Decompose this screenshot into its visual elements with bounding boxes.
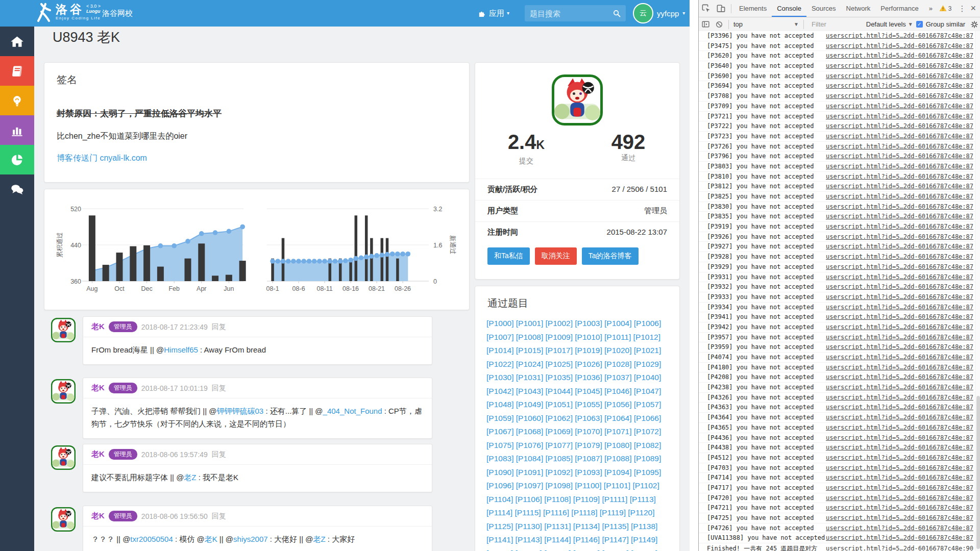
problem-link[interactable]: [P1091] xyxy=(516,468,543,477)
console-source-link[interactable]: userscript.html?id=5…2dd-60166787c48e:87 xyxy=(826,292,973,302)
problem-link[interactable]: [P1097] xyxy=(516,481,543,490)
problem-link[interactable]: [P1063] xyxy=(575,414,602,422)
problem-link[interactable]: [P1003] xyxy=(575,319,602,328)
problem-link[interactable]: [P1076] xyxy=(516,441,543,449)
console-source-link[interactable]: userscript.html?id=5…2dd-60166787c48e:87 xyxy=(826,272,973,282)
devtools-tab-console[interactable]: Console xyxy=(772,0,806,17)
problem-link[interactable]: [P1090] xyxy=(486,468,513,477)
console-source-link[interactable]: userscript.html?id=5…2dd-60166787c48e:87 xyxy=(826,473,973,483)
problem-link[interactable]: [P1059] xyxy=(486,414,513,422)
console-source-link[interactable]: userscript.html?id=5…2dd-60166787c48e:87 xyxy=(826,372,973,382)
console-source-link[interactable]: userscript.html?id=5…2dd-60166787c48e:87 xyxy=(826,463,973,473)
problem-link[interactable]: [P1017] xyxy=(546,346,573,355)
problem-link[interactable]: [P1000] xyxy=(486,319,513,328)
problem-link[interactable]: [P1070] xyxy=(575,427,602,436)
commenter-avatar[interactable] xyxy=(51,507,76,532)
problem-link[interactable]: [P1106] xyxy=(516,495,542,504)
console-scrollbar-thumb[interactable] xyxy=(976,396,980,549)
console-source-link[interactable]: userscript.html?id=5…2dd-60166787c48e:87 xyxy=(826,383,973,392)
problem-link[interactable]: [P1015] xyxy=(516,346,543,355)
console-source-link[interactable]: userscript.html?id=5…2dd-60166787c48e:87 xyxy=(826,71,973,81)
problem-link[interactable]: [P1008] xyxy=(516,333,543,341)
devtools-tab-performance[interactable]: Performance xyxy=(875,0,923,17)
console-source-link[interactable]: userscript.html?id=5…2dd-60166787c48e:87 xyxy=(826,443,973,453)
problem-link[interactable]: [P1095] xyxy=(634,468,661,477)
console-source-link[interactable]: userscript.html?id=5…2dd-60166787c48e:87 xyxy=(826,262,973,272)
problem-link[interactable]: [P1068] xyxy=(516,427,543,436)
problem-link[interactable]: [P1152] xyxy=(544,549,571,551)
search-input[interactable] xyxy=(525,9,612,18)
problem-link[interactable]: [P1151] xyxy=(516,549,542,551)
problem-link[interactable]: [P1119] xyxy=(600,508,626,517)
console-source-link[interactable]: userscript.html?id=5…2dd-60166787c48e:87 xyxy=(826,232,973,242)
console-source-link[interactable]: userscript.html?id=5…2dd-60166787c48e:87 xyxy=(826,413,973,422)
console-source-link[interactable]: userscript.html?id=5…2dd-60166787c48e:87 xyxy=(826,513,973,523)
problem-link[interactable]: [P1101] xyxy=(604,481,630,490)
console-source-link[interactable]: userscript.html?id=5…2dd-60166787c48e:87 xyxy=(826,132,973,141)
sidebar-item-ranking[interactable] xyxy=(0,115,34,145)
mention-link[interactable]: 老Z xyxy=(184,473,196,482)
commenter-name-link[interactable]: 老K xyxy=(91,449,105,459)
tabs-overflow-chevron[interactable]: » xyxy=(924,0,938,17)
console-source-link[interactable]: userscript.html?id=5…2dd-60166787c48e:87 xyxy=(826,423,973,433)
devtools-menu-icon[interactable]: ⋮ xyxy=(954,4,969,13)
problem-link[interactable]: [P1021] xyxy=(634,346,661,355)
mention-link[interactable]: shiys2007 xyxy=(233,535,268,543)
luogu-logo[interactable]: 洛谷 < 3.0 > Luogu Enjoy Coding Life xyxy=(37,3,101,23)
group-similar-checkbox[interactable]: ✓ xyxy=(916,21,923,28)
problem-link[interactable]: [P1035] xyxy=(546,373,573,382)
problem-link[interactable]: [P1040] xyxy=(634,373,661,382)
mention-link[interactable]: 老K xyxy=(205,535,217,543)
execution-context-selector[interactable]: top▼ xyxy=(731,20,801,28)
console-source-link[interactable]: userscript.html?id=5…2dd-60166787c48e:87 xyxy=(826,31,973,41)
console-source-link[interactable]: userscript.html?id=5…2dd-60166787c48e:87 xyxy=(826,192,973,202)
console-source-link[interactable]: userscript.html?id=5…2dd-60166787c48e:87 xyxy=(826,252,973,262)
problem-link[interactable]: [P1158] xyxy=(631,549,657,551)
problem-link[interactable]: [P1146] xyxy=(573,535,600,544)
console-source-link[interactable]: userscript.html?id=5…2dd-60166787c48e:87 xyxy=(826,523,973,533)
sidebar-item-statistics[interactable] xyxy=(0,145,34,174)
problem-link[interactable]: [P1024] xyxy=(516,360,543,368)
problem-link[interactable]: [P1089] xyxy=(634,454,661,463)
console-source-link[interactable]: userscript.html?id=5…2dd-60166787c48e:87 xyxy=(826,152,973,161)
problem-link[interactable]: [P1029] xyxy=(634,360,661,368)
problem-link[interactable]: [P1064] xyxy=(604,414,631,422)
comment-reply-link[interactable]: 回复 xyxy=(212,322,226,332)
problem-link[interactable]: [P1080] xyxy=(604,441,631,449)
problem-link[interactable]: [P1011] xyxy=(604,333,631,341)
search-icon[interactable] xyxy=(612,9,621,18)
sidebar-item-home[interactable] xyxy=(0,27,34,56)
mention-link[interactable]: 老Z xyxy=(313,535,325,543)
commenter-avatar[interactable] xyxy=(51,445,76,470)
problem-link[interactable]: [P1150] xyxy=(486,549,513,551)
problem-link[interactable]: [P1022] xyxy=(486,360,513,368)
problem-link[interactable]: [P1055] xyxy=(575,400,602,409)
problem-link[interactable]: [P1130] xyxy=(516,522,542,531)
commenter-name-link[interactable]: 老K xyxy=(91,322,105,332)
problem-link[interactable]: [P1072] xyxy=(634,427,661,436)
mention-link[interactable]: txr20050504 xyxy=(130,535,173,543)
problem-link[interactable]: [P1118] xyxy=(571,508,597,517)
warnings-badge[interactable]: 3 xyxy=(939,5,952,12)
mention-link[interactable]: 钾钾钾硫碳03 xyxy=(217,407,264,415)
problem-link[interactable]: [P1115] xyxy=(514,508,541,517)
problem-link[interactable]: [P1093] xyxy=(575,468,602,477)
problem-link[interactable]: [P1026] xyxy=(575,360,602,368)
problem-link[interactable]: [P1143] xyxy=(516,535,542,544)
console-source-link[interactable]: userscript.html?id=5…2dd-60166787c48e:87 xyxy=(826,493,973,503)
console-source-link[interactable]: userscript.html?id=5…2dd-60166787c48e:90 xyxy=(826,544,973,551)
signature-blog-link[interactable]: 博客传送门 cnyali-lk.com xyxy=(57,153,147,164)
problem-link[interactable]: [P1043] xyxy=(516,387,543,395)
problem-link[interactable]: [P1088] xyxy=(604,454,631,463)
console-source-link[interactable]: userscript.html?id=5…2dd-60166787c48e:87 xyxy=(826,303,973,312)
problem-link[interactable]: [P1131] xyxy=(544,522,571,531)
commenter-avatar[interactable] xyxy=(51,379,76,404)
problem-link[interactable]: [P1060] xyxy=(516,414,543,422)
console-scrollbar[interactable] xyxy=(975,31,980,551)
problem-link[interactable]: [P1116] xyxy=(543,508,569,517)
problem-link[interactable]: [P1120] xyxy=(628,508,654,517)
problem-link[interactable]: [P1025] xyxy=(546,360,573,368)
problem-link[interactable]: [P1001] xyxy=(516,319,543,328)
inspect-element-icon[interactable] xyxy=(701,4,711,13)
console-source-link[interactable]: userscript.html?id=5…2dd-60166787c48e:87 xyxy=(826,282,973,292)
